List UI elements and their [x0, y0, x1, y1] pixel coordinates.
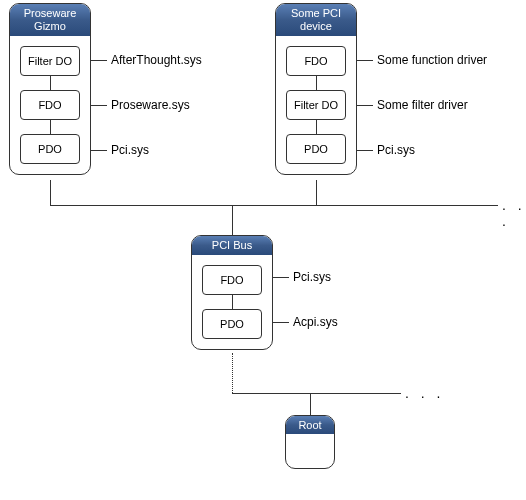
device-proseware-gizmo: Proseware Gizmo Filter DO FDO PDO: [9, 3, 91, 175]
device-pci-bus: PCI Bus FDO PDO: [191, 235, 273, 350]
tree-line: [232, 205, 233, 235]
label-line: [273, 322, 289, 323]
label-line: [91, 150, 107, 151]
label-line: [357, 105, 373, 106]
device-some-pci: Some PCI device FDO Filter DO PDO: [275, 3, 357, 175]
device-root: Root: [285, 415, 335, 469]
connector: [316, 76, 317, 90]
label-line: [91, 105, 107, 106]
device-body: Filter DO FDO PDO: [10, 36, 90, 174]
filter-do-box: Filter DO: [20, 46, 80, 76]
pdo-box: PDO: [20, 134, 80, 164]
device-title: PCI Bus: [192, 236, 272, 255]
label-line: [273, 277, 289, 278]
driver-label: Some function driver: [377, 53, 487, 67]
device-body: FDO PDO: [192, 255, 272, 349]
tree-line: [50, 180, 51, 205]
fdo-box: FDO: [20, 90, 80, 120]
connector: [50, 76, 51, 90]
device-title: Root: [286, 416, 334, 434]
pdo-box: PDO: [202, 309, 262, 339]
ellipsis: . . .: [405, 385, 444, 401]
tree-line: [310, 393, 311, 415]
driver-label: Pci.sys: [293, 270, 331, 284]
dotted-line: [232, 353, 233, 393]
tree-line: [232, 393, 401, 394]
driver-label: Some filter driver: [377, 98, 468, 112]
connector: [316, 120, 317, 134]
pdo-box: PDO: [286, 134, 346, 164]
connector: [50, 120, 51, 134]
driver-label: Proseware.sys: [111, 98, 190, 112]
driver-label: Pci.sys: [377, 143, 415, 157]
tree-line: [50, 205, 498, 206]
driver-label: Pci.sys: [111, 143, 149, 157]
fdo-box: FDO: [286, 46, 346, 76]
device-title: Some PCI device: [276, 4, 356, 36]
ellipsis: . . .: [502, 197, 526, 229]
device-title: Proseware Gizmo: [10, 4, 90, 36]
fdo-box: FDO: [202, 265, 262, 295]
label-line: [357, 60, 373, 61]
filter-do-box: Filter DO: [286, 90, 346, 120]
driver-label: Acpi.sys: [293, 315, 338, 329]
label-line: [91, 60, 107, 61]
tree-line: [316, 180, 317, 205]
connector: [232, 295, 233, 309]
device-body: FDO Filter DO PDO: [276, 36, 356, 174]
device-body: [286, 434, 334, 468]
driver-label: AfterThought.sys: [111, 53, 202, 67]
label-line: [357, 150, 373, 151]
